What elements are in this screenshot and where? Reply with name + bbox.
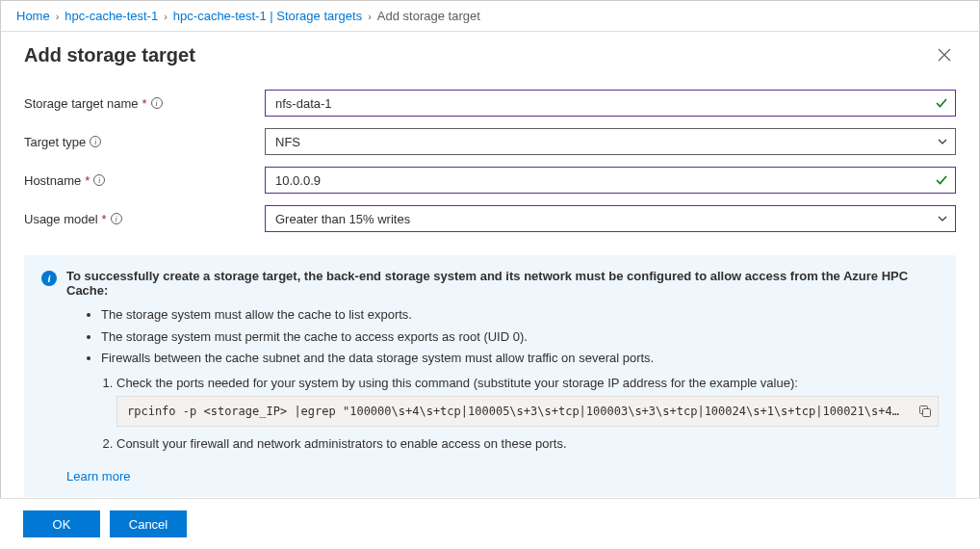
list-item: The storage system must permit the cache… [101,327,939,347]
copy-icon [918,405,932,418]
target-type-select[interactable]: NFS [265,128,956,155]
page-title: Add storage target [24,44,195,66]
copy-button[interactable] [918,405,932,418]
list-item: The storage system must allow the cache … [101,305,939,325]
info-box: i To successfully create a storage targe… [24,255,956,497]
label-usage-model: Usage model * i [24,212,265,226]
breadcrumb-home[interactable]: Home [16,9,50,23]
list-item: Firewalls between the cache subnet and t… [101,349,939,368]
ok-button[interactable]: OK [23,510,100,537]
usage-model-select[interactable]: Greater than 15% writes [265,205,956,232]
info-heading: To successfully create a storage target,… [66,269,939,298]
breadcrumb-current: Add storage target [377,9,480,23]
svg-rect-0 [923,409,931,417]
info-bullet-list: The storage system must allow the cache … [101,305,939,368]
row-usage-model: Usage model * i Greater than 15% writes [24,205,956,232]
storage-target-name-input[interactable] [265,90,956,117]
info-icon: i [41,271,57,286]
close-button[interactable] [933,43,956,66]
hostname-input[interactable] [265,167,956,194]
info-step-list: Check the ports needed for your system b… [116,374,939,454]
list-item: Consult your firewall and network admini… [116,434,939,454]
close-icon [938,48,951,62]
list-item: Check the ports needed for your system b… [116,374,939,428]
label-target-type: Target type i [24,135,265,149]
chevron-right-icon: › [56,11,60,22]
info-icon[interactable]: i [111,213,122,224]
command-box: rpcinfo -p <storage_IP> |egrep "100000\s… [116,396,939,427]
required-indicator: * [102,212,107,226]
chevron-right-icon: › [164,11,168,22]
form: Storage target name * i Target type i NF… [1,74,979,232]
cancel-button[interactable]: Cancel [110,510,187,537]
panel-header: Add storage target [1,32,979,74]
row-hostname: Hostname * i [24,167,956,194]
label-storage-target-name: Storage target name * i [24,96,265,111]
command-text: rpcinfo -p <storage_IP> |egrep "100000\s… [127,405,939,418]
required-indicator: * [142,96,147,111]
label-hostname: Hostname * i [24,173,265,188]
learn-more-link[interactable]: Learn more [66,469,130,484]
info-icon[interactable]: i [90,136,101,147]
info-icon[interactable]: i [151,97,163,109]
required-indicator: * [85,173,90,188]
chevron-right-icon: › [368,11,372,22]
info-icon[interactable]: i [93,174,105,186]
breadcrumb-item-1[interactable]: hpc-cache-test-1 [64,9,158,23]
row-target-type: Target type i NFS [24,128,956,155]
breadcrumb-item-2[interactable]: hpc-cache-test-1 | Storage targets [173,9,362,23]
breadcrumb: Home › hpc-cache-test-1 › hpc-cache-test… [1,1,979,32]
footer: OK Cancel [0,498,980,549]
row-storage-target-name: Storage target name * i [24,90,956,117]
